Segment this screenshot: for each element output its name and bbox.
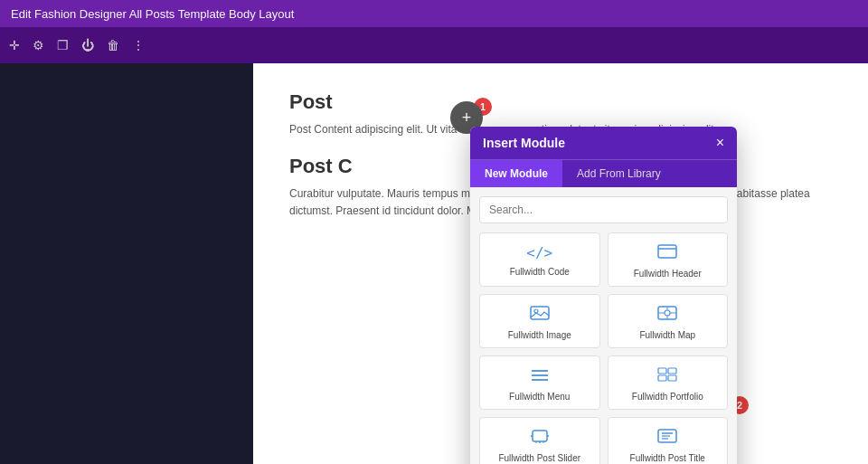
module-fullwidth-image[interactable]: Fullwidth Image [479, 294, 600, 348]
svg-rect-0 [658, 245, 676, 258]
modal-body: </> Fullwidth Code Fullwidth Header Full… [470, 187, 737, 464]
module-fullwidth-map[interactable]: Fullwidth Map [608, 294, 729, 348]
module-fullwidth-portfolio[interactable]: Fullwidth Portfolio [608, 355, 729, 410]
module-fullwidth-menu[interactable]: Fullwidth Menu [479, 355, 600, 410]
fullwidth-portfolio-label: Fullwidth Portfolio [632, 392, 703, 402]
svg-point-5 [665, 310, 670, 316]
post-heading-1: Post [289, 90, 832, 114]
fullwidth-image-label: Fullwidth Image [508, 330, 571, 340]
duplicate-icon[interactable]: ❐ [57, 38, 69, 52]
svg-rect-15 [658, 375, 666, 381]
module-fullwidth-post-slider[interactable]: Fullwidth Post Slider [479, 417, 600, 464]
main-area: Post Post Content adipiscing elit. Ut vi… [0, 63, 868, 464]
fullwidth-post-title-label: Fullwidth Post Title [630, 453, 705, 463]
fullwidth-menu-icon [530, 367, 550, 386]
fullwidth-code-label: Fullwidth Code [510, 267, 570, 277]
fullwidth-menu-label: Fullwidth Menu [509, 392, 570, 402]
left-panel [0, 63, 253, 464]
tab-new-module[interactable]: New Module [470, 160, 562, 187]
module-fullwidth-post-title[interactable]: Fullwidth Post Title [608, 417, 729, 464]
svg-rect-14 [668, 368, 676, 374]
settings-icon[interactable]: ⚙ [33, 38, 44, 52]
fullwidth-map-label: Fullwidth Map [639, 330, 695, 340]
power-icon[interactable]: ⏻ [81, 38, 94, 52]
modal-close-button[interactable]: × [716, 136, 724, 150]
fullwidth-post-title-icon [657, 429, 677, 448]
more-icon[interactable]: ⋮ [132, 38, 145, 52]
fullwidth-post-slider-icon [530, 429, 550, 448]
svg-rect-13 [658, 368, 666, 374]
svg-rect-17 [533, 431, 547, 441]
tab-add-from-library[interactable]: Add From Library [562, 160, 675, 187]
module-fullwidth-header[interactable]: Fullwidth Header [608, 232, 729, 287]
modules-grid: </> Fullwidth Code Fullwidth Header Full… [479, 232, 728, 464]
fullwidth-header-icon [657, 244, 677, 263]
trash-icon[interactable]: 🗑 [107, 38, 119, 52]
fullwidth-image-icon [530, 306, 550, 325]
toolbar: ✛ ⚙ ❐ ⏻ 🗑 ⋮ [0, 27, 868, 63]
insert-module-modal: Insert Module × New Module Add From Libr… [470, 127, 737, 464]
move-icon[interactable]: ✛ [9, 38, 20, 52]
svg-rect-16 [668, 375, 676, 381]
fullwidth-map-icon [657, 306, 677, 325]
fullwidth-portfolio-icon [657, 367, 677, 386]
modal-header: Insert Module × [470, 127, 737, 159]
modal-tabs: New Module Add From Library [470, 159, 737, 187]
module-search-input[interactable] [479, 196, 728, 223]
fullwidth-code-icon: </> [526, 244, 552, 261]
top-bar: Edit Fashion Designer All Posts Template… [0, 0, 868, 27]
fullwidth-header-label: Fullwidth Header [634, 269, 702, 279]
modal-title: Insert Module [483, 136, 565, 150]
fullwidth-post-slider-label: Fullwidth Post Slider [498, 453, 580, 463]
module-fullwidth-code[interactable]: </> Fullwidth Code [479, 232, 600, 287]
top-bar-title: Edit Fashion Designer All Posts Template… [11, 7, 294, 21]
